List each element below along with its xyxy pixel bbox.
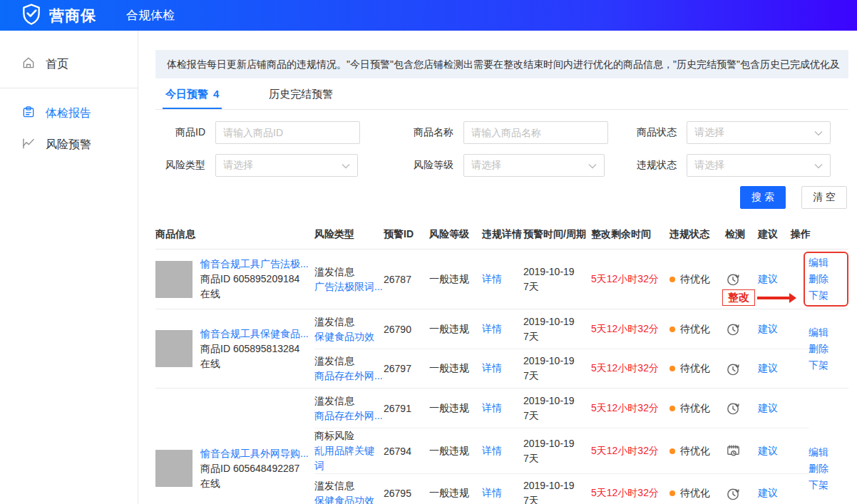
- detail-link[interactable]: 详情: [482, 402, 523, 415]
- sidebar-item-risk[interactable]: 风险预警: [0, 129, 138, 160]
- sidebar-item-label: 风险预警: [46, 138, 91, 153]
- risk-name-link[interactable]: 广告法极限词...: [314, 281, 383, 292]
- app-title: 合规体检: [126, 7, 175, 24]
- sidebar-item-home[interactable]: 首页: [0, 48, 138, 80]
- product-online-status: 在线: [200, 356, 309, 371]
- search-button[interactable]: 搜 索: [740, 186, 786, 209]
- sidebar-item-label: 体检报告: [46, 106, 91, 121]
- risk-category: 滥发信息: [314, 478, 384, 493]
- brand-logo: 营商保: [20, 3, 96, 28]
- warn-cycle: 7天: [523, 369, 591, 384]
- clock-refresh-icon[interactable]: [725, 485, 758, 502]
- suggest-link[interactable]: 建议: [758, 402, 791, 415]
- warn-cycle: 7天: [523, 279, 591, 294]
- suggest-link[interactable]: 建议: [758, 487, 791, 500]
- risk-name-link[interactable]: 乱用品牌关键词: [314, 445, 374, 471]
- product-thumbnail: [155, 261, 193, 298]
- select-placeholder: 请选择: [694, 159, 724, 172]
- risk-name-link[interactable]: 商品存在外网...: [314, 410, 383, 421]
- risk-name-link[interactable]: 保健食品功效: [314, 331, 374, 342]
- risk-name-link[interactable]: 保健食品功效: [314, 495, 374, 504]
- delete-link[interactable]: 删除: [809, 341, 848, 357]
- select-placeholder: 请选择: [223, 159, 253, 172]
- filter-actions: 搜 索 清 空: [155, 186, 848, 209]
- tab-label: 历史完结预警: [269, 88, 333, 101]
- clock-refresh-icon[interactable]: [725, 271, 758, 287]
- product-cell: 愉音合规工具广告法极... 商品ID 605895209184 在线: [155, 250, 314, 309]
- select-placeholder: 请选择: [694, 126, 724, 139]
- operations-cell: 编辑 删除 下架: [809, 250, 848, 309]
- col-ops: 操作: [791, 228, 831, 241]
- status-dot: [669, 448, 675, 454]
- risk-row: 滥发信息商品存在外网... 26797 一般违规 详情 2019-10-197天…: [314, 349, 809, 388]
- edit-link[interactable]: 编辑: [809, 444, 848, 461]
- sidebar-item-report[interactable]: 体检报告: [0, 98, 138, 129]
- clock-refresh-icon[interactable]: [725, 361, 758, 377]
- warn-cycle: 7天: [523, 451, 591, 466]
- clock-refresh-icon[interactable]: [725, 400, 758, 416]
- chevron-down-icon: [588, 160, 597, 171]
- risk-category: 商标风险: [314, 428, 384, 443]
- col-risk-type: 风险类型: [314, 228, 384, 241]
- tab-count-badge: 4: [213, 88, 219, 101]
- col-remaining: 整改剩余时间: [591, 228, 669, 241]
- product-status-label: 商品状态: [605, 126, 677, 139]
- risk-category: 滥发信息: [314, 394, 384, 408]
- risk-type-select[interactable]: 请选择: [215, 154, 358, 177]
- edit-link[interactable]: 编辑: [809, 324, 848, 341]
- violation-status: 待优化: [680, 402, 710, 415]
- detail-link[interactable]: 详情: [482, 323, 523, 336]
- risk-name-link[interactable]: 商品存在外网...: [314, 370, 383, 381]
- clear-button[interactable]: 清 空: [801, 186, 847, 209]
- detail-link[interactable]: 详情: [482, 487, 523, 500]
- off-shelf-link[interactable]: 下架: [809, 477, 848, 493]
- edit-link[interactable]: 编辑: [809, 254, 843, 271]
- risk-row: 滥发信息商品存在外网... 26791 一般违规 详情 2019-10-197天…: [314, 389, 809, 428]
- violation-status-select[interactable]: 请选择: [687, 154, 831, 177]
- rectify-annotation: 整改: [722, 289, 790, 306]
- violation-status: 待优化: [680, 362, 710, 375]
- arrow-right-icon: [757, 297, 790, 299]
- clock-refresh-icon[interactable]: [725, 321, 758, 337]
- off-shelf-link[interactable]: 下架: [809, 357, 848, 374]
- suggest-link[interactable]: 建议: [758, 445, 791, 458]
- product-title-link[interactable]: 愉音合规工具外网导购...: [200, 446, 309, 461]
- product-id: 商品ID 605648492287: [200, 461, 309, 476]
- warn-date: 2019-10-19: [523, 478, 591, 493]
- table-row-group: 愉音合规工具广告法极... 商品ID 605895209184 在线 滥发信息广…: [155, 250, 848, 309]
- suggest-link[interactable]: 建议: [758, 362, 791, 375]
- suggest-link[interactable]: 建议: [758, 323, 791, 336]
- delete-link[interactable]: 删除: [809, 461, 848, 477]
- tab-today-warnings[interactable]: 今日预警 4: [163, 78, 222, 109]
- table-header: 商品信息 风险类型 预警ID 风险等级 违规详情 预警时间/周期 整改剩余时间 …: [155, 220, 848, 250]
- col-suggest: 建议: [758, 228, 791, 241]
- product-title-link[interactable]: 愉音合规工具广告法极...: [200, 257, 309, 272]
- col-level: 风险等级: [429, 228, 482, 241]
- warn-date: 2019-10-19: [523, 314, 591, 329]
- sidebar: 首页 体检报告 风险预警: [0, 31, 138, 504]
- delete-link[interactable]: 删除: [809, 271, 843, 287]
- tab-label: 今日预警: [165, 88, 208, 101]
- chevron-down-icon: [814, 160, 823, 171]
- table-row-group: 愉音合规工具保健食品... 商品ID 605895813284 在线 滥发信息保…: [155, 309, 848, 389]
- product-title-link[interactable]: 愉音合规工具保健食品...: [200, 326, 309, 341]
- product-id: 商品ID 605895813284: [200, 341, 309, 356]
- chevron-down-icon: [814, 127, 823, 138]
- detail-link[interactable]: 详情: [482, 362, 523, 375]
- calendar-clock-icon[interactable]: [725, 443, 758, 459]
- filter-form: 商品ID 商品名称 商品状态 请选择 风险类型 请选择: [155, 121, 848, 177]
- detail-link[interactable]: 详情: [482, 445, 523, 458]
- status-dot: [669, 366, 675, 371]
- product-status-select[interactable]: 请选择: [687, 121, 831, 144]
- product-name-input[interactable]: [463, 121, 608, 144]
- detail-link[interactable]: 详情: [482, 273, 523, 286]
- suggest-link[interactable]: 建议: [758, 273, 791, 286]
- product-id-input[interactable]: [215, 121, 360, 144]
- tab-history-warnings[interactable]: 历史完结预警: [266, 78, 336, 109]
- off-shelf-link[interactable]: 下架: [809, 287, 843, 304]
- risk-level: 一般违规: [429, 445, 482, 458]
- risk-level-select[interactable]: 请选择: [463, 154, 605, 177]
- product-name-label: 商品名称: [358, 126, 453, 139]
- col-detail: 违规详情: [482, 228, 523, 241]
- report-icon: [21, 105, 36, 122]
